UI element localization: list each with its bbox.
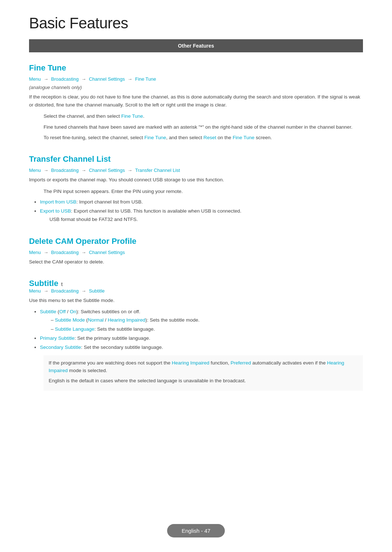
fine-tune-title: Fine Tune bbox=[29, 63, 363, 73]
delete-cam-breadcrumb: Menu → Broadcasting → Channel Settings bbox=[29, 250, 363, 255]
subtitle-note-block: If the programme you are watching does n… bbox=[44, 355, 363, 391]
transfer-channel-title: Transfer Channel List bbox=[29, 154, 363, 164]
list-item: Export to USB: Export channel list to US… bbox=[40, 207, 363, 224]
fine-tune-indent1: Select the channel, and then select Fine… bbox=[44, 112, 363, 120]
section-header: Other Features bbox=[29, 39, 363, 52]
fine-tune-body1: If the reception is clear, you do not ha… bbox=[29, 93, 363, 109]
transfer-channel-bullets: Import from USB: Import channel list fro… bbox=[40, 198, 363, 224]
transfer-channel-breadcrumb: Menu → Broadcasting → Channel Settings →… bbox=[29, 168, 363, 173]
subtitle-dagger: t bbox=[61, 281, 63, 287]
footer-page-number: English - 47 bbox=[167, 524, 225, 537]
list-item: Secondary Subtitle: Set the secondary su… bbox=[40, 343, 363, 352]
subtitle-body1: Use this menu to set the Subtitle mode. bbox=[29, 297, 363, 305]
page-container: Basic Features Other Features Fine Tune … bbox=[0, 0, 392, 432]
delete-cam-body1: Select the CAM operator to delete. bbox=[29, 258, 363, 266]
transfer-channel-indent1: The PIN input screen appears. Enter the … bbox=[44, 188, 363, 196]
subtitle-breadcrumb: Menu → Broadcasting → Subtitle bbox=[29, 288, 363, 294]
subtitle-bullets: Subtitle (Off / On): Switches subtitles … bbox=[40, 308, 363, 352]
subtitle-title: Subtitle bbox=[29, 279, 58, 288]
fine-tune-indent3: To reset fine-tuning, select the channel… bbox=[44, 134, 363, 142]
fine-tune-section: Fine Tune Menu → Broadcasting → Channel … bbox=[29, 63, 363, 142]
subtitle-section: Subtitle t Menu → Broadcasting → Subtitl… bbox=[29, 279, 363, 391]
subtitle-title-row: Subtitle t bbox=[29, 279, 363, 288]
page-title: Basic Features bbox=[29, 15, 363, 32]
list-item: Import from USB: Import channel list fro… bbox=[40, 198, 363, 206]
fine-tune-breadcrumb: Menu → Broadcasting → Channel Settings →… bbox=[29, 76, 363, 82]
transfer-channel-section: Transfer Channel List Menu → Broadcastin… bbox=[29, 154, 363, 224]
list-item: Subtitle Mode (Normal / Hearing Impaired… bbox=[51, 316, 363, 325]
subtitle-note1: If the programme you are watching does n… bbox=[49, 359, 358, 375]
transfer-channel-body1: Imports or exports the channel map. You … bbox=[29, 176, 363, 184]
list-item: Subtitle Language: Sets the subtitle lan… bbox=[51, 325, 363, 334]
fine-tune-indent2: Fine tuned channels that have been saved… bbox=[44, 123, 363, 131]
delete-cam-title: Delete CAM Operator Profile bbox=[29, 237, 363, 246]
list-item: Primary Subtitle: Set the primary subtit… bbox=[40, 334, 363, 343]
fine-tune-note: (analogue channels only) bbox=[29, 85, 363, 90]
subtitle-note2: English is the default in cases where th… bbox=[49, 377, 358, 385]
list-item: Subtitle (Off / On): Switches subtitles … bbox=[40, 308, 363, 334]
delete-cam-section: Delete CAM Operator Profile Menu → Broad… bbox=[29, 237, 363, 266]
